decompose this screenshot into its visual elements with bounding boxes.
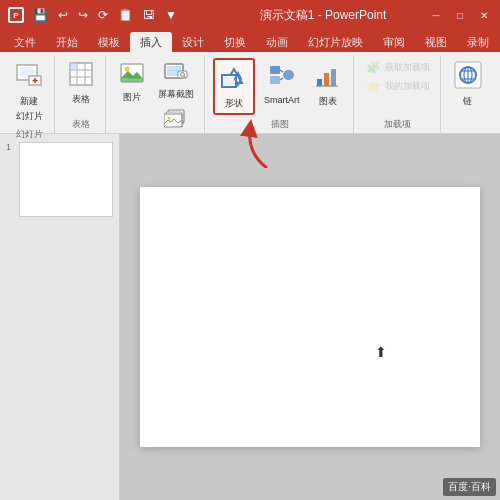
- slides-group-label: 幻灯片: [16, 126, 43, 141]
- ribbon-tabs: 文件 开始 模板 插入 设计 切换 动画 幻灯片放映 审阅 视图 录制: [0, 30, 500, 52]
- screenshot-button[interactable]: 屏幕截图: [154, 58, 198, 103]
- close-btn[interactable]: ✕: [476, 7, 492, 23]
- tab-slideshow[interactable]: 幻灯片放映: [298, 32, 373, 52]
- svg-rect-34: [324, 73, 329, 86]
- svg-line-32: [280, 78, 283, 80]
- shapes-button[interactable]: 形状: [213, 58, 255, 115]
- chart-label: 图表: [319, 95, 337, 108]
- get-addins-label: 获取加载项: [385, 61, 430, 74]
- svg-rect-30: [283, 70, 294, 80]
- svg-rect-29: [270, 76, 280, 84]
- tab-record[interactable]: 录制: [457, 32, 499, 52]
- new-slide-button[interactable]: 新建 幻灯片: [10, 58, 48, 126]
- mouse-cursor: ⬆: [375, 344, 387, 360]
- smartart-button[interactable]: SmartArt: [259, 58, 305, 108]
- undo-btn[interactable]: ↩: [55, 6, 71, 24]
- group-illustration: 形状 SmartArt: [207, 56, 354, 133]
- customize-qa-btn[interactable]: ▼: [162, 6, 180, 24]
- get-addins-button[interactable]: 🧩 获取加载项: [362, 58, 434, 76]
- title-center: 演示文稿1 - PowerPoint: [218, 7, 428, 24]
- floppy-btn[interactable]: 🖫: [140, 6, 158, 24]
- screenshot-label: 屏幕截图: [158, 88, 194, 101]
- smartart-label: SmartArt: [264, 95, 300, 105]
- red-arrow: [232, 118, 282, 170]
- clipboard-btn[interactable]: 📋: [115, 6, 136, 24]
- tab-animations[interactable]: 动画: [256, 32, 298, 52]
- my-addins-label: 我的加载项: [385, 80, 430, 93]
- minimize-btn[interactable]: ─: [428, 7, 444, 23]
- svg-rect-35: [331, 69, 336, 86]
- new-slide-label: 新建: [20, 95, 38, 108]
- svg-rect-27: [224, 77, 234, 85]
- svg-rect-12: [70, 63, 77, 70]
- maximize-btn[interactable]: □: [452, 7, 468, 23]
- slide-thumbnail[interactable]: [19, 142, 113, 217]
- title-bar: P 💾 ↩ ↪ ⟳ 📋 🖫 ▼ 演示文稿1 - PowerPoint ─ □ ✕: [0, 0, 500, 30]
- main-area[interactable]: ⬆ 百度·百科: [120, 134, 500, 500]
- tab-insert[interactable]: 插入: [130, 32, 172, 52]
- link-label: 链: [463, 95, 472, 108]
- link-icon: [454, 61, 482, 93]
- tab-view[interactable]: 视图: [415, 32, 457, 52]
- svg-point-23: [168, 117, 171, 120]
- table-button[interactable]: 表格: [63, 58, 99, 109]
- shapes-label: 形状: [225, 97, 243, 110]
- content-area: 1 ⬆ 百度·百科: [0, 134, 500, 500]
- table-group-label: 表格: [72, 116, 90, 131]
- tab-transitions[interactable]: 切换: [214, 32, 256, 52]
- link-button[interactable]: 链: [449, 58, 487, 111]
- group-addins: 🧩 获取加载项 ⭐ 我的加载项 加载项: [356, 56, 441, 133]
- my-addins-button[interactable]: ⭐ 我的加载项: [362, 77, 434, 95]
- ribbon-toolbar: 新建 幻灯片 幻灯片 表格: [0, 52, 500, 134]
- picture-button[interactable]: 图片: [114, 58, 150, 107]
- svg-point-14: [125, 67, 130, 72]
- save-quick-btn[interactable]: 💾: [30, 6, 51, 24]
- repeat-btn[interactable]: ⟳: [95, 6, 111, 24]
- chart-button[interactable]: 图表: [309, 58, 347, 111]
- group-table: 表格 表格: [57, 56, 106, 133]
- new-slide-label2: 幻灯片: [16, 110, 43, 123]
- group-image: 图片 屏幕截图: [108, 56, 205, 133]
- slide-canvas: [140, 187, 480, 447]
- redo-btn[interactable]: ↪: [75, 6, 91, 24]
- tab-template[interactable]: 模板: [88, 32, 130, 52]
- svg-text:P: P: [13, 11, 19, 20]
- tab-review[interactable]: 审阅: [373, 32, 415, 52]
- addins-group-label: 加载项: [384, 116, 411, 131]
- my-addins-icon: ⭐: [366, 79, 381, 93]
- watermark: 百度·百科: [443, 478, 496, 496]
- group-slides: 新建 幻灯片 幻灯片: [4, 56, 55, 133]
- slide-number: 1: [6, 142, 15, 152]
- table-label: 表格: [72, 93, 90, 106]
- svg-rect-28: [270, 66, 280, 74]
- svg-line-31: [280, 70, 283, 72]
- app-icon: P: [8, 7, 24, 23]
- tab-design[interactable]: 设计: [172, 32, 214, 52]
- picture-label: 图片: [123, 91, 141, 104]
- slide-panel: 1: [0, 134, 120, 500]
- svg-rect-33: [317, 79, 322, 86]
- group-link: 链 链: [443, 56, 493, 133]
- tab-home[interactable]: 开始: [46, 32, 88, 52]
- tab-file[interactable]: 文件: [4, 32, 46, 52]
- get-addins-icon: 🧩: [366, 60, 381, 74]
